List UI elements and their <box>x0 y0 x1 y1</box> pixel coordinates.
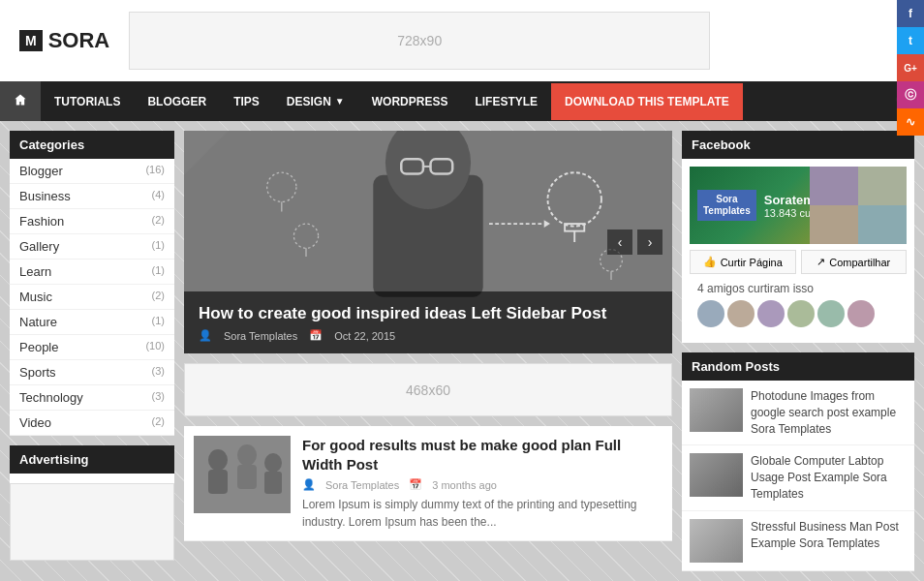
nav-tutorials[interactable]: TUTORIALS <box>41 83 134 120</box>
fb-avatar <box>787 300 815 327</box>
random-posts-title: Random Posts <box>682 352 914 381</box>
sidebar-left: Categories Blogger (16) Business (4) Fas… <box>10 131 174 581</box>
nav-design[interactable]: DESIGN ▼ <box>273 83 358 120</box>
post-excerpt: Lorem Ipsum is simply dummy text of the … <box>302 496 662 531</box>
cat-gallery[interactable]: Gallery (1) <box>10 234 174 260</box>
fb-actions: 👍 Curtir Página ↗ Compartilhar <box>690 250 907 274</box>
rss-icon[interactable]: ∿ <box>897 108 924 136</box>
slider-author: Sora Templates <box>224 330 297 342</box>
google-plus-icon[interactable]: G+ <box>897 54 924 81</box>
post-date-icon: 📅 <box>409 478 422 491</box>
fb-avatar <box>727 300 755 327</box>
svg-rect-25 <box>264 472 282 494</box>
fb-friends: 4 amigos curtiram isso <box>690 282 907 335</box>
nav-lifestyle[interactable]: LIFESTYLE <box>461 83 551 120</box>
sidebar-ad <box>10 483 174 561</box>
slider-date: Oct 22, 2015 <box>334 330 395 342</box>
random-post-text[interactable]: Photodune Images from google search post… <box>751 388 907 437</box>
fb-page-collage <box>810 167 907 244</box>
nav-wordpress[interactable]: WORDPRESS <box>358 83 462 120</box>
post-thumbnail <box>194 436 291 513</box>
main-content: How to create good inspired ideas Left S… <box>184 131 672 581</box>
fb-share-button[interactable]: ↗ Compartilhar <box>801 250 908 274</box>
featured-slider: How to create good inspired ideas Left S… <box>184 131 672 353</box>
cat-learn[interactable]: Learn (1) <box>10 260 174 285</box>
post-card: For good results must be make good plan … <box>184 426 672 541</box>
fb-avatar <box>817 300 845 327</box>
svg-rect-23 <box>237 465 257 489</box>
slider-prev-button[interactable]: ‹ <box>607 229 632 255</box>
nav-home-button[interactable] <box>0 81 41 121</box>
content-ad-strip: 468x60 <box>184 363 672 416</box>
facebook-widget-body: Sora Templates Soratemplates 13.843 curt… <box>682 159 914 343</box>
categories-widget: Categories Blogger (16) Business (4) Fas… <box>10 131 174 436</box>
social-icons: f t G+ ⓒ ∿ <box>897 0 924 136</box>
fb-avatars <box>697 300 899 327</box>
random-post-item: Photodune Images from google search post… <box>682 381 914 445</box>
slider-date-icon: 📅 <box>309 329 323 342</box>
header-ad-banner: 728x90 <box>129 12 710 70</box>
fb-share-icon: ↗ <box>816 256 825 268</box>
advertising-title: Advertising <box>10 445 174 474</box>
cat-music[interactable]: Music (2) <box>10 285 174 310</box>
main-layout: Categories Blogger (16) Business (4) Fas… <box>0 121 924 581</box>
slider-next-button[interactable]: › <box>637 229 662 255</box>
random-post-thumbnail <box>690 519 743 563</box>
site-logo[interactable]: M SORA <box>19 28 109 53</box>
facebook-widget: Facebook Sora Templates Soratemplates 13… <box>682 131 914 343</box>
random-post-text[interactable]: Stressful Business Man Post Example Sora… <box>751 519 907 563</box>
nav-tips[interactable]: TIPS <box>220 83 273 120</box>
slider-navigation: ‹ › <box>607 229 662 255</box>
post-author-icon: 👤 <box>302 478 316 491</box>
instagram-icon[interactable]: ⓒ <box>897 81 924 108</box>
categories-title: Categories <box>10 131 174 159</box>
slider-meta: 👤 Sora Templates 📅 Oct 22, 2015 <box>199 329 658 342</box>
fb-page-banner: Sora Templates Soratemplates 13.843 curt… <box>690 167 907 244</box>
random-post-text[interactable]: Globale Computer Labtop Usage Post Examp… <box>751 453 907 502</box>
svg-point-24 <box>264 453 282 473</box>
facebook-icon[interactable]: f <box>897 0 924 27</box>
post-author: Sora Templates <box>325 479 399 491</box>
cat-fashion[interactable]: Fashion (2) <box>10 209 174 234</box>
templates-label <box>10 570 174 578</box>
post-title[interactable]: For good results must be make good plan … <box>302 436 662 474</box>
slider-author-icon: 👤 <box>199 329 212 342</box>
random-post-thumbnail <box>690 388 743 432</box>
cat-video[interactable]: Video (2) <box>10 411 174 436</box>
random-posts-widget: Random Posts Photodune Images from googl… <box>682 352 914 571</box>
svg-point-20 <box>208 449 228 471</box>
logo-text: SORA <box>48 28 110 53</box>
facebook-widget-title: Facebook <box>682 131 914 159</box>
fb-like-button[interactable]: 👍 Curtir Página <box>690 250 796 274</box>
post-content: For good results must be make good plan … <box>302 436 662 531</box>
advertising-widget: Advertising <box>10 445 174 561</box>
random-post-thumbnail <box>690 453 743 497</box>
main-nav: TUTORIALS BLOGGER TIPS DESIGN ▼ WORDPRES… <box>0 81 924 121</box>
fb-logo: Sora Templates <box>697 190 756 221</box>
design-dropdown-chevron: ▼ <box>335 96 345 107</box>
cat-people[interactable]: People (10) <box>10 335 174 360</box>
cat-nature[interactable]: Nature (1) <box>10 310 174 335</box>
cat-blogger[interactable]: Blogger (16) <box>10 159 174 184</box>
fb-avatar <box>757 300 785 327</box>
svg-point-22 <box>237 444 257 466</box>
svg-rect-21 <box>208 470 228 494</box>
random-post-item: Globale Computer Labtop Usage Post Examp… <box>682 445 914 510</box>
fb-avatar <box>847 300 875 327</box>
cat-technology[interactable]: Technology (3) <box>10 385 174 411</box>
slider-caption: How to create good inspired ideas Left S… <box>184 291 672 353</box>
random-post-item: Stressful Business Man Post Example Sora… <box>682 511 914 571</box>
twitter-icon[interactable]: t <box>897 27 924 54</box>
fb-avatar <box>697 300 724 327</box>
nav-download-template[interactable]: DOWNLOAD THIS TEMPLATE <box>551 83 743 120</box>
nav-blogger[interactable]: BLOGGER <box>134 83 220 120</box>
cat-sports[interactable]: Sports (3) <box>10 360 174 385</box>
post-meta: 👤 Sora Templates 📅 3 months ago <box>302 478 662 491</box>
fb-like-icon: 👍 <box>703 256 717 268</box>
logo-box: M <box>19 30 43 51</box>
post-date: 3 months ago <box>432 479 497 491</box>
slider-title: How to create good inspired ideas Left S… <box>199 303 658 324</box>
sidebar-right: Facebook Sora Templates Soratemplates 13… <box>682 131 914 581</box>
cat-business[interactable]: Business (4) <box>10 184 174 209</box>
